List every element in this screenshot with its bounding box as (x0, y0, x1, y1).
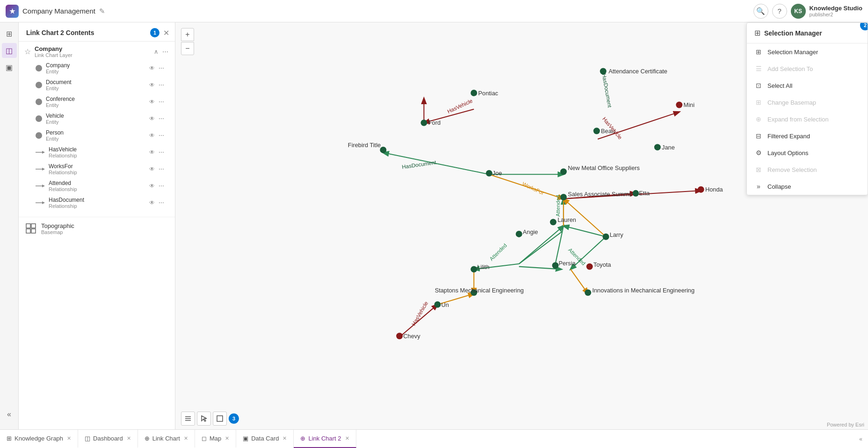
layer-more-btn[interactable]: ⋯ (161, 47, 169, 56)
sidebar-close-button[interactable]: ✕ (163, 28, 169, 37)
user-avatar: KS (791, 4, 806, 19)
topbar-right: 🔍 ? KS Knowledge Studio publisher2 (753, 4, 862, 19)
tab-data-card[interactable]: ▣ Data Card ✕ (236, 430, 294, 448)
svg-point-79 (396, 333, 403, 339)
more-icon[interactable]: ⋯ (157, 81, 166, 89)
layer-item-sub: Relationship (49, 170, 144, 175)
attended-relationship-label: Attended (49, 180, 144, 186)
visibility-icon[interactable]: 👁 (148, 81, 156, 89)
menu-item-layout-options[interactable]: ⚙ Layout Options (747, 144, 868, 161)
layer-group-company: ☆ Company Link Chart Layer ∧ ⋯ (19, 42, 175, 217)
menu-item-change-basemap[interactable]: ⊞ Change Basemap (747, 94, 868, 111)
tab-close-link-chart-2[interactable]: ✕ (345, 435, 349, 441)
menu-item-remove-selection[interactable]: ⊠ Remove Selection (747, 161, 868, 178)
svg-rect-94 (217, 416, 223, 421)
layer-items: Company Entity 👁 ⋯ Document Entity (24, 58, 169, 213)
svg-line-36 (571, 269, 588, 293)
menu-item-select-all[interactable]: ⊡ Select All (747, 77, 868, 94)
visibility-icon[interactable]: 👁 (148, 114, 156, 123)
sidebar: Link Chart 2 Contents 1 ✕ ☆ Company Link… (19, 22, 175, 429)
layer-item-name: Vehicle (46, 113, 144, 119)
tab-close-map[interactable]: ✕ (225, 435, 229, 441)
layer-collapse-btn[interactable]: ∧ (153, 47, 159, 56)
svg-point-65 (603, 234, 609, 240)
right-panel: ⊞ Selection Manager 2 ⊞ Selection Manage… (746, 22, 868, 195)
visibility-icon[interactable]: 👁 (148, 64, 156, 72)
visibility-icon[interactable]: 👁 (148, 199, 156, 207)
svg-marker-3 (42, 168, 45, 171)
iconbar-layers[interactable]: ◫ (2, 43, 17, 58)
menu-item-add-selection[interactable]: ☰ Add Selection To (747, 60, 868, 77)
tab-label-map: Map (210, 435, 221, 442)
svg-text:Innovations in Mechanical Engi: Innovations in Mechanical Engineering (592, 287, 694, 294)
more-icon[interactable]: ⋯ (157, 98, 166, 106)
tab-map[interactable]: ◻ Map ✕ (195, 430, 236, 448)
svg-text:Attendance Certificate: Attendance Certificate (608, 68, 667, 75)
esri-attribution: Powered by Esri (827, 422, 864, 427)
tab-close-link-chart[interactable]: ✕ (184, 435, 188, 441)
svg-text:Lauren: Lauren (557, 216, 576, 223)
svg-rect-11 (31, 229, 36, 233)
tab-close-data-card[interactable]: ✕ (282, 435, 287, 441)
iconbar-graph[interactable]: ⊞ (2, 26, 17, 41)
tab-close-dashboard[interactable]: ✕ (127, 435, 131, 441)
more-icon[interactable]: ⋯ (157, 131, 166, 140)
more-icon[interactable]: ⋯ (157, 165, 166, 173)
tab-close-knowledge-graph[interactable]: ✕ (67, 435, 71, 441)
visibility-icon[interactable]: 👁 (148, 182, 156, 190)
menu-label: Add Selection To (767, 65, 813, 72)
layer-item-name: HasVehicle (49, 146, 144, 153)
visibility-icon[interactable]: 👁 (148, 131, 156, 140)
menu-item-selection-manager[interactable]: ⊞ Selection Manager (747, 43, 868, 60)
person-entity-label: Person (46, 129, 144, 136)
user-subtitle: publisher2 (810, 12, 862, 17)
svg-rect-10 (26, 229, 30, 233)
sidebar-badge: 1 (150, 28, 159, 37)
visibility-icon[interactable]: 👁 (148, 165, 156, 173)
tab-dashboard[interactable]: ◫ Dashboard ✕ (78, 430, 138, 448)
frame-button[interactable] (213, 412, 227, 426)
search-icon: 🔍 (756, 7, 765, 15)
map-controls: + − (181, 28, 194, 55)
iconbar-collapse[interactable]: « (2, 407, 17, 422)
edit-title-icon[interactable]: ✎ (99, 7, 105, 15)
entity-dot (36, 132, 42, 139)
more-icon[interactable]: ⋯ (157, 64, 166, 72)
selection-manager-icon: ⊞ (754, 48, 763, 56)
entity-dot (36, 115, 42, 122)
list-item: Company Entity 👁 ⋯ (32, 60, 169, 77)
more-icon[interactable]: ⋯ (157, 114, 166, 123)
layer-group-header[interactable]: ☆ Company Link Chart Layer ∧ ⋯ (24, 45, 169, 58)
svg-point-67 (470, 266, 477, 272)
tab-link-chart[interactable]: ⊕ Link Chart ✕ (138, 430, 195, 448)
zoom-out-button[interactable]: − (181, 42, 194, 55)
svg-text:New Metal Office Suppliers: New Metal Office Suppliers (568, 164, 640, 171)
layer-item-actions: 👁 ⋯ (148, 114, 166, 123)
list-view-button[interactable] (181, 412, 195, 426)
layer-group-icon: ☆ (24, 47, 31, 56)
more-icon[interactable]: ⋯ (157, 199, 166, 207)
tabs-collapse-button[interactable]: « (854, 430, 868, 448)
more-icon[interactable]: ⋯ (157, 182, 166, 190)
user-name: Knowledge Studio (810, 5, 862, 12)
menu-item-filtered-expand[interactable]: ⊟ Filtered Expand (747, 128, 868, 144)
search-button[interactable]: 🔍 (753, 4, 768, 19)
visibility-icon[interactable]: 👁 (148, 98, 156, 106)
iconbar-data[interactable]: ▣ (2, 60, 17, 75)
list-item: Person Entity 👁 ⋯ (32, 127, 169, 144)
layer-item-info: HasDocument Relationship (49, 197, 144, 209)
menu-item-expand-selection[interactable]: ⊕ Expand from Selection (747, 111, 868, 128)
visibility-icon[interactable]: 👁 (148, 148, 156, 156)
more-icon[interactable]: ⋯ (157, 148, 166, 156)
svg-text:HasDocument: HasDocument (401, 159, 436, 170)
tab-link-chart-2[interactable]: ⊕ Link Chart 2 ✕ (294, 430, 356, 448)
tab-icon-knowledge-graph: ⊞ (7, 435, 12, 442)
menu-item-collapse[interactable]: » Collapse (747, 178, 868, 195)
select-button[interactable] (197, 412, 211, 426)
basemap-name: Topographic (41, 222, 74, 229)
layer-item-sub: Entity (46, 136, 144, 142)
help-button[interactable]: ? (772, 4, 787, 19)
zoom-in-button[interactable]: + (181, 28, 194, 41)
tab-knowledge-graph[interactable]: ⊞ Knowledge Graph ✕ (0, 430, 78, 448)
relationship-arrow (36, 200, 45, 206)
